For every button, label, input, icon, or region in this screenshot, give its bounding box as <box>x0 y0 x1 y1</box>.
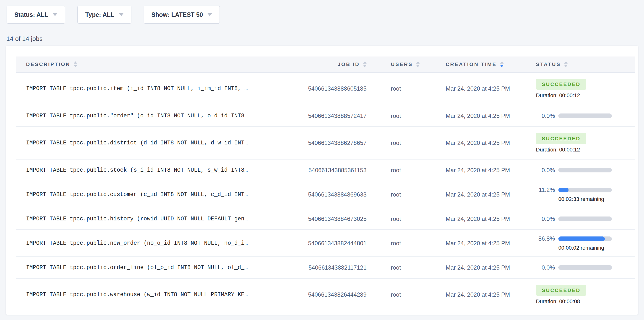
progress-bar <box>558 114 612 118</box>
sort-arrows-icon <box>564 61 568 67</box>
job-description: IMPORT TABLE tpcc.public.warehouse (w_id… <box>16 291 303 298</box>
job-id: 540661343882444801 <box>303 240 370 247</box>
progress-line: 11.2% <box>536 187 635 193</box>
job-status-cell: SUCCEEDEDDuration: 00:00:12 <box>526 79 635 99</box>
progress-percent: 0.0% <box>536 264 555 271</box>
table-body: IMPORT TABLE tpcc.public.item (i_id INT8… <box>16 73 635 311</box>
table-row: IMPORT TABLE tpcc.public.stock (s_i_id I… <box>16 160 635 181</box>
chevron-down-icon <box>52 13 58 16</box>
chevron-down-icon <box>119 13 124 16</box>
duration-text: Duration: 00:00:12 <box>536 147 635 153</box>
column-header-users[interactable]: USERS <box>370 61 425 67</box>
sort-asc-arrow-icon <box>416 61 420 64</box>
type-filter-dropdown[interactable]: Type: ALL <box>78 6 131 24</box>
time-remaining: 00:02:33 remaining <box>558 196 635 202</box>
job-user: root <box>370 264 425 271</box>
progress-line: 0.0% <box>536 264 635 271</box>
progress-bar <box>558 236 612 241</box>
job-creation-time: Mar 24, 2020 at 4:25 PM <box>425 215 526 222</box>
job-creation-time: Mar 24, 2020 at 4:25 PM <box>425 240 526 247</box>
sort-arrows-icon <box>363 61 366 67</box>
job-description: IMPORT TABLE tpcc.public.new_order (no_o… <box>16 240 303 246</box>
job-creation-time: Mar 24, 2020 at 4:25 PM <box>425 291 526 298</box>
job-id: 540661343888572417 <box>303 113 370 119</box>
table-header-row: DESCRIPTIONJOB IDUSERSCREATION TIMESTATU… <box>16 57 635 73</box>
jobs-table-card: DESCRIPTIONJOB IDUSERSCREATION TIMESTATU… <box>6 46 638 315</box>
job-user: root <box>370 85 425 92</box>
progress-line: 0.0% <box>536 113 635 119</box>
progress-line: 0.0% <box>536 167 635 174</box>
type-filter-label: Type: ALL <box>85 11 114 18</box>
column-header-label: CREATION TIME <box>446 61 497 67</box>
job-status-cell: 0.0% <box>526 113 635 119</box>
progress-bar <box>558 168 612 172</box>
progress-bar <box>558 216 612 221</box>
job-id: 540661343888605185 <box>303 85 370 92</box>
job-user: root <box>370 167 425 174</box>
job-description: IMPORT TABLE tpcc.public.district (d_id … <box>16 140 303 146</box>
job-user: root <box>370 291 425 298</box>
progress-percent: 0.0% <box>536 167 555 174</box>
sort-desc-arrow-icon <box>363 65 366 67</box>
table-row: IMPORT TABLE tpcc.public.district (d_id … <box>16 127 635 160</box>
job-id: 540661343886278657 <box>303 140 370 146</box>
job-id: 540661343884673025 <box>303 215 370 222</box>
job-id: 540661343884869633 <box>303 191 370 198</box>
duration-text: Duration: 00:00:12 <box>536 92 635 99</box>
column-header-label: STATUS <box>536 61 561 67</box>
table-row: IMPORT TABLE tpcc.public.order_line (ol_… <box>16 257 635 279</box>
job-user: root <box>370 140 425 146</box>
job-user: root <box>370 113 425 119</box>
progress-line: 0.0% <box>536 215 635 222</box>
status-badge: SUCCEEDED <box>536 133 586 144</box>
job-creation-time: Mar 24, 2020 at 4:25 PM <box>425 85 526 92</box>
job-user: root <box>370 240 425 247</box>
column-header-job-id[interactable]: JOB ID <box>303 61 370 67</box>
sort-arrows-icon <box>500 61 504 67</box>
job-description: IMPORT TABLE tpcc.public.customer (c_id … <box>16 191 303 198</box>
progress-percent: 0.0% <box>536 113 555 119</box>
column-header-status[interactable]: STATUS <box>526 61 635 67</box>
column-header-creation-time[interactable]: CREATION TIME <box>425 61 526 67</box>
job-creation-time: Mar 24, 2020 at 4:25 PM <box>425 167 526 174</box>
column-header-label: JOB ID <box>338 61 360 67</box>
job-description: IMPORT TABLE tpcc.public.item (i_id INT8… <box>16 86 303 92</box>
progress-bar <box>558 265 612 270</box>
job-user: root <box>370 215 425 222</box>
show-filter-dropdown[interactable]: Show: LATEST 50 <box>144 6 220 24</box>
sort-arrows-icon <box>416 61 420 67</box>
column-header-label: USERS <box>391 61 413 67</box>
sort-desc-arrow-icon <box>416 65 420 67</box>
table-row: IMPORT TABLE tpcc.public.new_order (no_o… <box>16 230 635 257</box>
job-description: IMPORT TABLE tpcc.public."order" (o_id I… <box>16 113 303 119</box>
status-filter-dropdown[interactable]: Status: ALL <box>6 6 65 24</box>
job-status-cell: 11.2%00:02:33 remaining <box>526 187 635 202</box>
sort-desc-arrow-icon <box>500 65 504 67</box>
job-description: IMPORT TABLE tpcc.public.stock (s_i_id I… <box>16 167 303 173</box>
job-status-cell: 86.8%00:00:02 remaining <box>526 235 635 251</box>
job-status-cell: 0.0% <box>526 167 635 174</box>
progress-percent: 0.0% <box>536 215 555 222</box>
column-header-label: DESCRIPTION <box>26 61 70 67</box>
sort-desc-arrow-icon <box>74 65 77 67</box>
job-creation-time: Mar 24, 2020 at 4:25 PM <box>425 140 526 146</box>
progress-fill <box>558 236 605 241</box>
job-description: IMPORT TABLE tpcc.public.history (rowid … <box>16 216 303 222</box>
job-id: 540661343826444289 <box>303 291 370 298</box>
job-creation-time: Mar 24, 2020 at 4:25 PM <box>425 264 526 271</box>
chevron-down-icon <box>207 13 212 16</box>
job-user: root <box>370 191 425 198</box>
job-creation-time: Mar 24, 2020 at 4:25 PM <box>425 113 526 119</box>
table-row: IMPORT TABLE tpcc.public.item (i_id INT8… <box>16 73 635 105</box>
column-header-description[interactable]: DESCRIPTION <box>16 61 303 67</box>
job-status-cell: 0.0% <box>526 264 635 271</box>
progress-percent: 86.8% <box>536 235 555 242</box>
job-status-cell: SUCCEEDEDDuration: 00:00:08 <box>526 285 635 305</box>
job-id: 540661343882117121 <box>303 264 370 271</box>
show-filter-label: Show: LATEST 50 <box>152 11 203 18</box>
table-row: IMPORT TABLE tpcc.public."order" (o_id I… <box>16 105 635 127</box>
status-badge: SUCCEEDED <box>536 79 586 90</box>
job-status-cell: SUCCEEDEDDuration: 00:00:12 <box>526 133 635 153</box>
sort-asc-arrow-icon <box>74 61 77 64</box>
status-badge: SUCCEEDED <box>536 285 586 296</box>
